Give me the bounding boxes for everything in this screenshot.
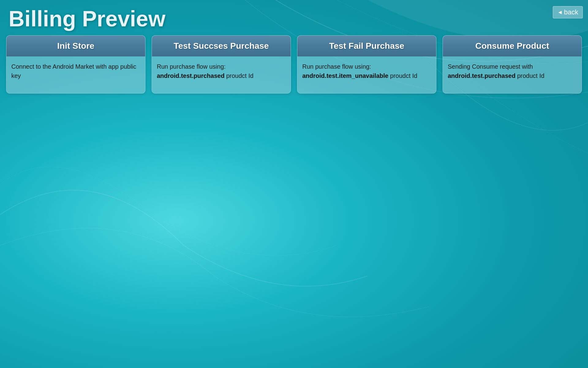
page-title: Billing Preview: [9, 6, 165, 31]
back-arrow-icon: ◄: [557, 9, 563, 16]
card-header-test-fail-purchase[interactable]: Test Fail Purchase: [297, 36, 436, 56]
card-body-test-fail-purchase: Run purchase flow using: android.test.it…: [297, 56, 436, 93]
card-title-test-fail-purchase: Test Fail Purchase: [329, 41, 404, 51]
card-header-consume-product[interactable]: Consume Product: [443, 36, 582, 56]
card-body-init-store: Connect to the Android Market with app p…: [6, 56, 145, 93]
card-header-init-store[interactable]: Init Store: [6, 36, 145, 56]
card-header-test-success-purchase[interactable]: Test Succses Purchase: [152, 36, 291, 56]
back-button[interactable]: ◄ back: [553, 6, 583, 18]
card-title-consume-product: Consume Product: [475, 41, 549, 51]
card-body-test-success-purchase: Run purchase flow using: android.test.pu…: [152, 56, 291, 93]
card-test-fail-purchase[interactable]: Test Fail PurchaseRun purchase flow usin…: [297, 35, 436, 94]
card-init-store[interactable]: Init StoreConnect to the Android Market …: [6, 35, 145, 94]
card-title-init-store: Init Store: [57, 41, 94, 51]
card-consume-product[interactable]: Consume ProductSending Consume request w…: [443, 35, 582, 94]
cards-container: Init StoreConnect to the Android Market …: [6, 35, 582, 94]
card-title-test-success-purchase: Test Succses Purchase: [174, 41, 269, 51]
card-test-success-purchase[interactable]: Test Succses PurchaseRun purchase flow u…: [152, 35, 291, 94]
card-body-consume-product: Sending Consume request with android.tes…: [443, 56, 582, 93]
back-label: back: [564, 8, 578, 16]
